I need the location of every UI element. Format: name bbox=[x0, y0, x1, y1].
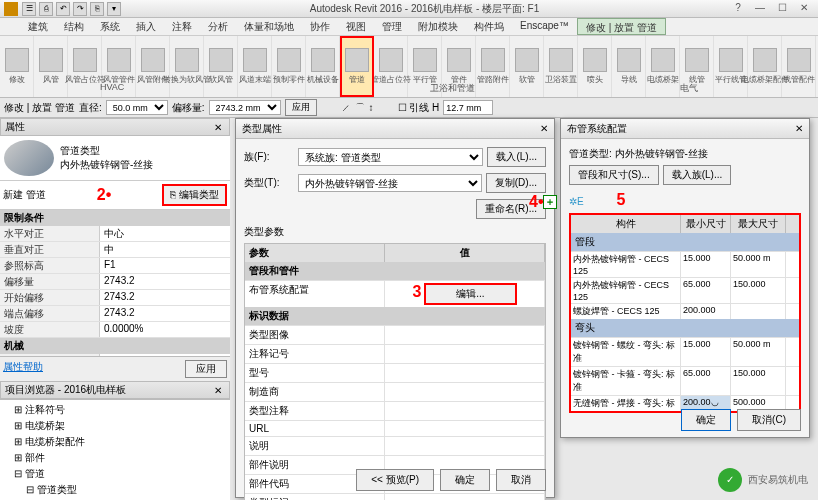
dialog-title: 布管系统配置 bbox=[567, 122, 627, 136]
tab: 管理 bbox=[374, 18, 410, 35]
routing-config-dialog: 布管系统配置✕ 管道类型: 内外热镀锌钢管-丝接 管段和尺寸(S)...载入族(… bbox=[560, 118, 810, 438]
close-icon[interactable]: ✕ bbox=[795, 123, 803, 134]
cancel-button[interactable]: 取消 bbox=[496, 469, 546, 491]
load-button[interactable]: 载入(L)... bbox=[487, 147, 546, 167]
tab: Enscape™ bbox=[512, 18, 577, 35]
close-icon[interactable]: ✕ bbox=[211, 122, 225, 133]
close-icon[interactable]: ✕ bbox=[211, 385, 225, 396]
ribbon-button-pipe[interactable]: 管道1 bbox=[340, 36, 374, 97]
leader-input[interactable] bbox=[443, 100, 493, 115]
watermark: ✓ 西安易筑机电 bbox=[718, 468, 808, 492]
tab: 结构 bbox=[56, 18, 92, 35]
config-grid[interactable]: 构件最小尺寸最大尺寸 管段 内外热镀锌钢管 - CECS 12515.00050… bbox=[569, 213, 801, 413]
app-title: Autodesk Revit 2016 - 2016机电样板 - 楼层平面: F… bbox=[121, 2, 728, 16]
edit-type-button[interactable]: ⎘ 编辑类型 bbox=[162, 184, 227, 206]
ribbon-button[interactable]: 风管占位符 bbox=[68, 36, 102, 97]
segment-size-button[interactable]: 管段和尺寸(S)... bbox=[569, 165, 659, 185]
wechat-icon: ✓ bbox=[718, 468, 742, 492]
offset-select[interactable]: 2743.2 mm bbox=[209, 100, 281, 115]
ribbon-tabs[interactable]: 建筑结构系统插入注释分析体量和场地协作视图管理附加模块构件坞Enscape™修改… bbox=[0, 18, 818, 36]
close-icon[interactable]: ✕ bbox=[540, 123, 548, 134]
tab: 插入 bbox=[128, 18, 164, 35]
ribbon-group-label: HVAC bbox=[100, 82, 124, 92]
ribbon-button[interactable]: 转换为软风管 bbox=[170, 36, 204, 97]
ribbon-button[interactable]: 风管附件 bbox=[136, 36, 170, 97]
new-pipe-label: 新建 管道 bbox=[3, 188, 46, 202]
load-family-button[interactable]: 载入族(L)... bbox=[663, 165, 732, 185]
category: 机械 bbox=[0, 338, 230, 354]
tab: 分析 bbox=[200, 18, 236, 35]
type-select[interactable]: 内外热镀锌钢管-丝接 bbox=[298, 174, 482, 192]
ribbon-button[interactable]: 风管 bbox=[34, 36, 68, 97]
type-selector[interactable]: 管道类型内外热镀锌钢管-丝接 bbox=[0, 136, 230, 181]
ribbon-button[interactable]: 修改 bbox=[0, 36, 34, 97]
ribbon-button[interactable]: 管路附件 bbox=[476, 36, 510, 97]
tab: 系统 bbox=[92, 18, 128, 35]
ribbon-button[interactable]: 风道末端 bbox=[238, 36, 272, 97]
ribbon-button[interactable]: 软风管 bbox=[204, 36, 238, 97]
tab: 视图 bbox=[338, 18, 374, 35]
tab: 附加模块 bbox=[410, 18, 466, 35]
browser-header: 项目浏览器 - 2016机电样板✕ bbox=[0, 381, 230, 399]
cancel-button[interactable]: 取消(C) bbox=[737, 409, 801, 431]
ribbon-button[interactable]: 管道占位符 bbox=[374, 36, 408, 97]
quick-access[interactable]: ☰⎙↶↷⎘▾ bbox=[22, 2, 121, 16]
ribbon-button[interactable]: 卫浴装置 bbox=[544, 36, 578, 97]
preview-button[interactable]: << 预览(P) bbox=[356, 469, 434, 491]
ribbon-button[interactable]: 机械设备 bbox=[306, 36, 340, 97]
ribbon-button[interactable]: 预制零件 bbox=[272, 36, 306, 97]
marker-1: 1 bbox=[344, 36, 353, 40]
properties-grid[interactable]: 限制条件 水平对正中心 垂直对正中 参照标高F1 偏移量2743.2 开始偏移2… bbox=[0, 210, 230, 356]
ribbon-button[interactable]: 喷头 bbox=[578, 36, 612, 97]
dialog-title: 类型属性 bbox=[242, 122, 282, 136]
add-icon[interactable]: ＋ bbox=[543, 195, 557, 209]
tab: 注释 bbox=[164, 18, 200, 35]
tab: 建筑 bbox=[20, 18, 56, 35]
ribbon-button[interactable]: 软管 bbox=[510, 36, 544, 97]
ribbon-button[interactable]: 线管配件 bbox=[782, 36, 816, 97]
marker-2: 2• bbox=[97, 186, 112, 204]
parameter-grid[interactable]: 参数值 管段和管件 布管系统配置3 编辑... 标识数据 类型图像 注释记号 型… bbox=[244, 243, 546, 500]
label: 直径: bbox=[79, 101, 102, 115]
ribbon-button[interactable]: 平行线管 bbox=[714, 36, 748, 97]
ribbon-button[interactable]: 电缆桥架 bbox=[646, 36, 680, 97]
ribbon-group-label: 电气 bbox=[680, 82, 698, 95]
ribbon-button[interactable]: 电缆桥架配件 bbox=[748, 36, 782, 97]
tab: 协作 bbox=[302, 18, 338, 35]
left-panel: 属性✕ 管道类型内外热镀锌钢管-丝接 新建 管道 2• ⎘ 编辑类型 限制条件 … bbox=[0, 118, 230, 500]
diameter-select[interactable]: 50.0 mm bbox=[106, 100, 168, 115]
category: 限制条件 bbox=[0, 210, 230, 226]
tab: 构件坞 bbox=[466, 18, 512, 35]
window-buttons[interactable]: ?—☐✕ bbox=[728, 2, 814, 16]
ok-button[interactable]: 确定 bbox=[440, 469, 490, 491]
apply-button[interactable]: 应用 bbox=[285, 99, 317, 116]
title-bar: ☰⎙↶↷⎘▾ Autodesk Revit 2016 - 2016机电样板 - … bbox=[0, 0, 818, 18]
tab-active: 修改 | 放置 管道 bbox=[577, 18, 666, 35]
pipe-preview-icon bbox=[4, 140, 54, 176]
marker-4: 4• bbox=[529, 193, 544, 211]
properties-header: 属性✕ bbox=[0, 118, 230, 136]
ribbon-button[interactable]: 导线 bbox=[612, 36, 646, 97]
marker-5: 5 bbox=[616, 191, 625, 208]
marker-3: 3 bbox=[412, 283, 421, 300]
copy-button[interactable]: 复制(D)... bbox=[486, 173, 546, 193]
family-select[interactable]: 系统族: 管道类型 bbox=[298, 148, 483, 166]
subtitle: 管道类型: 内外热镀锌钢管-丝接 bbox=[569, 147, 801, 161]
help-link[interactable]: 属性帮助 bbox=[3, 360, 43, 378]
ribbon-group-label: 卫浴和管道 bbox=[430, 82, 475, 95]
options-bar: 修改 | 放置 管道 直径: 50.0 mm 偏移量: 2743.2 mm 应用… bbox=[0, 98, 818, 118]
label: 偏移量: bbox=[172, 101, 205, 115]
params-label: 类型参数 bbox=[244, 225, 546, 239]
ok-button[interactable]: 确定 bbox=[681, 409, 731, 431]
apply-button[interactable]: 应用 bbox=[185, 360, 227, 378]
app-icon bbox=[4, 2, 18, 16]
context-label: 修改 | 放置 管道 bbox=[4, 101, 75, 115]
type-properties-dialog: 类型属性✕ 族(F):系统族: 管道类型载入(L)... 类型(T):内外热镀锌… bbox=[235, 118, 555, 498]
tab: 体量和场地 bbox=[236, 18, 302, 35]
edit-routing-button[interactable]: 编辑... bbox=[424, 283, 516, 305]
project-browser[interactable]: ⊞ 注释符号 ⊞ 电缆桥架 ⊞ 电缆桥架配件 ⊞ 部件 ⊟ 管道 ⊟ 管道类型 bbox=[0, 399, 230, 500]
